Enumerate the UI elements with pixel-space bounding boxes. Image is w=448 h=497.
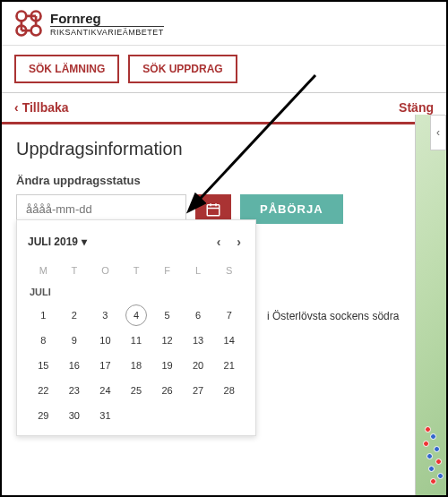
calendar-day[interactable]: 26 [151,378,183,403]
dow-header: M [28,260,59,281]
calendar-day[interactable]: 5 [151,303,183,328]
svg-point-3 [31,26,41,36]
calendar-day[interactable]: 12 [151,328,183,353]
calendar-day[interactable]: 18 [121,353,152,378]
calendar-day[interactable]: 10 [90,328,121,353]
search-uppdrag-button[interactable]: SÖK UPPDRAG [128,55,237,83]
calendar-popup: JULI 2019 ▾ ‹ › MTOTFLSJULI1234567891011… [16,219,256,436]
calendar-day[interactable]: 28 [213,378,245,403]
calendar-day[interactable]: 21 [213,353,245,378]
month-year-label: JULI 2019 [28,236,78,248]
calendar-day[interactable]: 22 [28,378,59,403]
back-label: Tillbaka [22,100,69,115]
calendar-day[interactable]: 24 [90,378,121,403]
search-lamning-button[interactable]: SÖK LÄMNING [14,55,119,83]
back-link[interactable]: ‹ Tillbaka [14,100,69,115]
calendar-day[interactable]: 1 [28,303,59,328]
calendar-day[interactable]: 14 [213,328,245,353]
svg-rect-4 [207,204,220,215]
brand-subtitle: RIKSANTIKVARIEÄMBETET [50,26,164,37]
dow-header: T [59,260,90,281]
calendar-day[interactable]: 6 [183,303,214,328]
caret-down-icon: ▾ [82,236,87,248]
month-label: JULI [28,281,245,303]
map-markers [418,415,444,486]
dow-header: F [151,260,183,281]
search-buttons: SÖK LÄMNING SÖK UPPDRAG [2,46,446,92]
app-header: Fornreg RIKSANTIKVARIEÄMBETET [2,2,446,46]
map-panel[interactable]: ‹ Tolfta [415,115,446,495]
logo-icon [13,7,45,39]
calendar-day[interactable]: 13 [183,328,214,353]
calendar-icon [205,201,221,218]
dow-header: S [213,260,245,281]
dow-header: T [121,260,152,281]
description-fragment: i Österlövsta sockens södra [267,310,399,322]
dow-header: O [90,260,121,281]
calendar-day[interactable]: 17 [90,353,121,378]
calendar-day[interactable]: 20 [183,353,214,378]
calendar-day[interactable]: 31 [90,403,121,428]
status-label: Ändra uppdragsstatus [16,174,432,187]
calendar-day[interactable]: 3 [90,303,121,328]
prev-month-button[interactable]: ‹ [213,233,225,251]
content-panel: Uppdragsinformation ▲ Ändra uppdragsstat… [2,124,446,238]
calendar-day[interactable]: 27 [183,378,214,403]
calendar-day[interactable]: 7 [213,303,245,328]
close-link[interactable]: Stäng [399,100,434,115]
calendar-day[interactable]: 30 [59,403,90,428]
calendar-day[interactable]: 2 [59,303,90,328]
svg-point-0 [17,12,27,21]
calendar-day[interactable]: 19 [151,353,183,378]
brand-logo: Fornreg RIKSANTIKVARIEÄMBETET [13,7,164,39]
section-title: Uppdragsinformation [16,139,183,159]
calendar-day[interactable]: 11 [121,328,152,353]
next-month-button[interactable]: › [233,233,245,251]
panel-topbar: ‹ Tillbaka Stäng [2,93,446,124]
calendar-day[interactable]: 25 [121,378,152,403]
calendar-grid: MTOTFLSJULI12345678910111213141516171819… [28,260,245,428]
calendar-day[interactable]: 23 [59,378,90,403]
brand-title: Fornreg [50,11,164,26]
calendar-day[interactable]: 16 [59,353,90,378]
calendar-day[interactable]: 29 [28,403,59,428]
chevron-left-icon: ‹ [14,100,19,115]
calendar-day[interactable]: 9 [59,328,90,353]
map-collapse-button[interactable]: ‹ [430,115,446,150]
calendar-day[interactable]: 8 [28,328,59,353]
dow-header: L [183,260,214,281]
calendar-day[interactable]: 4 [121,303,152,328]
month-selector[interactable]: JULI 2019 ▾ [28,236,87,248]
calendar-day[interactable]: 15 [28,353,59,378]
